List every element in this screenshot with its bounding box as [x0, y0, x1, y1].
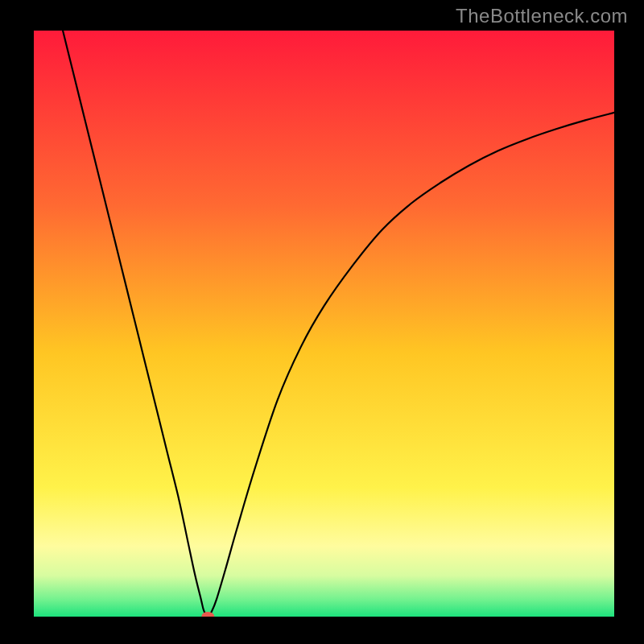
chart-frame: TheBottleneck.com	[0, 0, 644, 644]
watermark-text: TheBottleneck.com	[456, 5, 628, 27]
plot-area	[34, 31, 614, 617]
bottleneck-chart	[34, 31, 614, 617]
gradient-background	[34, 31, 614, 617]
